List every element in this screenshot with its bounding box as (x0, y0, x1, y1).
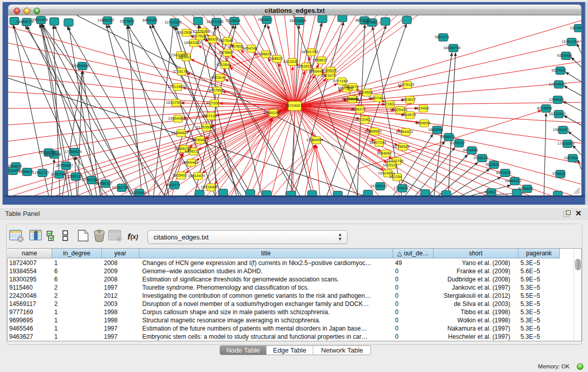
svg-text:(x): (x) (130, 233, 138, 240)
